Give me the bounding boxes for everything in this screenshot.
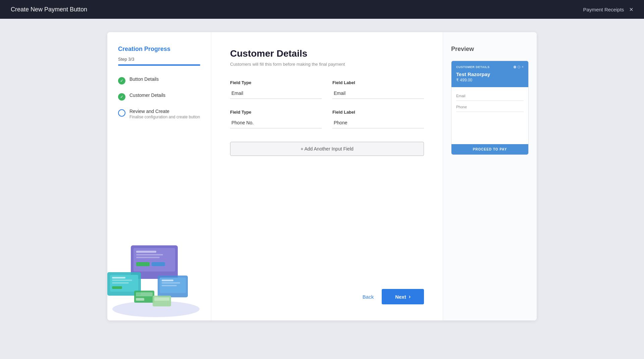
field-row-1: Field Type Field Label [230,80,424,99]
content-footer: Back Next › [230,276,424,304]
preview-proceed-button[interactable]: PROCEED TO PAY [451,144,528,155]
add-field-button[interactable]: + Add Another Input Field [230,142,424,156]
preview-close-icon[interactable]: × [522,65,524,69]
step-check-icon-1: ✓ [118,77,125,84]
field-group-type-1: Field Type [230,80,322,99]
field-row-2: Field Type Field Label [230,110,424,128]
step-label-3: Review and Create [129,109,200,114]
field-type-label-1: Field Type [230,80,322,85]
preview-field-email: Email [456,91,524,101]
step-circle-icon-3 [118,109,125,117]
field-label-label-1: Field Label [332,80,424,85]
svg-rect-5 [136,257,160,258]
close-icon[interactable]: × [629,6,633,13]
main-content: Customer Details Customers will fill thi… [211,32,443,320]
sidebar-item-customer-details: ✓ Customer Details [118,93,200,101]
sidebar-item-button-details: ✓ Button Details [118,76,200,84]
svg-rect-3 [136,251,156,253]
progress-bar-track [118,64,200,66]
field-label-label-2: Field Label [332,110,424,115]
progress-bar-fill [118,64,200,66]
field-type-input-1[interactable] [230,88,322,99]
preview-payment-amount: ₹ 499.00 [456,78,524,82]
page-wrapper: Creation Progress Step 3/3 ✓ Button Deta… [0,19,644,334]
page-title: Create New Payment Button [11,6,87,13]
svg-rect-16 [162,280,173,281]
preview-header-label: CUSTOMER DETAILS [456,65,490,69]
preview-payment-name: Test Razorpay [456,71,524,77]
svg-rect-21 [136,298,144,301]
preview-panel: Preview CUSTOMER DETAILS × Test Razorpay… [443,32,537,320]
field-type-input-2[interactable] [230,117,322,128]
preview-card-body: Email Phone [451,87,528,144]
preview-card: CUSTOMER DETAILS × Test Razorpay ₹ 499.0… [451,61,529,155]
svg-rect-17 [162,282,180,284]
preview-window-controls: × [514,65,524,69]
preview-title: Preview [451,46,529,53]
svg-rect-11 [112,280,132,281]
step-indicator: Step 3/3 [118,57,200,62]
field-type-label-2: Field Type [230,110,322,115]
content-title: Customer Details [230,48,424,59]
next-button[interactable]: Next › [382,289,424,304]
preview-header-top: CUSTOMER DETAILS × [456,65,524,69]
step-check-icon-2: ✓ [118,93,125,101]
app-header: Create New Payment Button Payment Receip… [0,0,644,19]
svg-rect-4 [136,254,163,255]
field-label-input-2[interactable] [332,117,424,128]
svg-rect-22 [153,296,171,306]
sidebar-illustration [107,225,211,320]
next-chevron-icon: › [409,294,411,300]
field-group-type-2: Field Type [230,110,322,128]
svg-rect-10 [112,277,125,279]
svg-rect-23 [154,297,169,301]
step-sublabel-3: Finalise configuration and create button [129,115,200,119]
field-label-input-1[interactable] [332,88,424,99]
preview-field-phone: Phone [456,102,524,112]
field-group-label-1: Field Label [332,80,424,99]
progress-title: Creation Progress [118,46,200,53]
svg-rect-6 [136,262,150,266]
payment-receipts-link[interactable]: Payment Receipts [583,7,624,12]
sidebar: Creation Progress Step 3/3 ✓ Button Deta… [107,32,211,320]
field-group-label-2: Field Label [332,110,424,128]
back-button[interactable]: Back [363,294,374,300]
header-actions: Payment Receipts × [583,6,633,13]
content-subtitle: Customers will fill this form before mak… [230,62,424,67]
step-label-2: Customer Details [129,93,165,98]
svg-rect-20 [136,292,153,296]
preview-dot-2 [518,66,520,68]
preview-dot-1 [514,66,516,68]
preview-card-header: CUSTOMER DETAILS × Test Razorpay ₹ 499.0… [451,61,528,87]
svg-rect-12 [112,282,129,284]
svg-rect-13 [112,286,122,289]
svg-rect-7 [152,262,165,266]
sidebar-item-review-create: Review and Create Finalise configuration… [118,109,200,119]
svg-rect-18 [162,285,177,286]
main-card: Creation Progress Step 3/3 ✓ Button Deta… [107,32,537,320]
step-label-1: Button Details [129,76,159,82]
